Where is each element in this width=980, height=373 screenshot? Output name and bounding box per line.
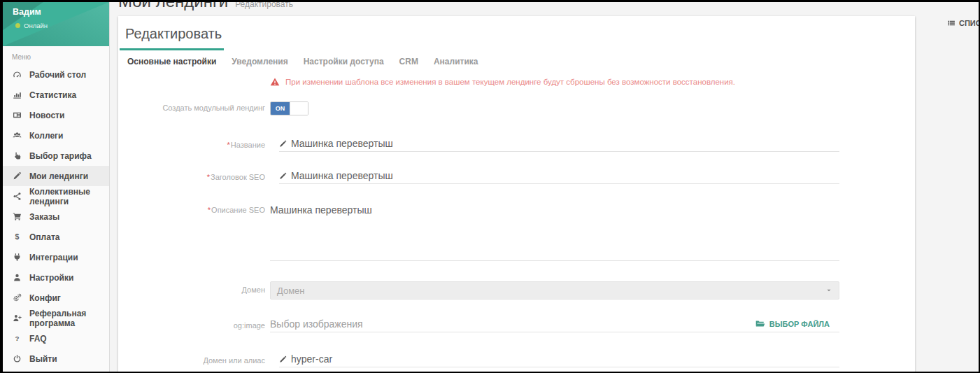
pencil-icon <box>279 140 287 148</box>
modular-landing-row: Создать модульный лендинг ON <box>118 101 915 115</box>
sidebar-item-label: Заказы <box>29 212 59 222</box>
sidebar-item-referral[interactable]: Реферальная программа <box>3 308 109 328</box>
share-icon <box>13 192 23 201</box>
tab-crm[interactable]: CRM <box>392 48 426 75</box>
sidebar-menu: Рабочий столСтатистикаНовостиКоллегиВыбо… <box>3 64 109 369</box>
sidebar-item-label: Выйти <box>29 354 57 364</box>
cart-icon <box>13 212 23 221</box>
edit-card: Редактировать Основные настройкиУведомле… <box>118 16 915 372</box>
user-panel: Вадим Онлайн <box>3 2 109 46</box>
menu-section-label: Меню <box>12 53 109 61</box>
pencil-icon <box>279 172 287 180</box>
question-icon: ? <box>13 334 23 343</box>
modular-landing-toggle[interactable]: ON <box>270 101 308 115</box>
sidebar-item-label: Выбор тарифа <box>29 151 92 161</box>
online-status: Онлайн <box>15 22 109 29</box>
sidebar-item-statistics[interactable]: Статистика <box>3 85 109 105</box>
folder-icon <box>755 319 765 329</box>
sidebar-item-orders[interactable]: Заказы <box>3 206 109 227</box>
sidebar-item-label: FAQ <box>29 334 47 344</box>
online-status-dot <box>15 23 20 28</box>
pen-icon <box>13 171 23 181</box>
plug-icon <box>13 253 23 262</box>
seo-description-row: *Описание SEO Машинка перевертыш <box>118 204 915 261</box>
seo-description-textarea[interactable]: Машинка перевертыш <box>270 204 839 258</box>
field-label-modular: Создать модульный лендинг <box>118 101 265 112</box>
sidebar-item-label: Мои лендинги <box>29 171 88 181</box>
warning-text: При изменении шаблона все изменения в ва… <box>285 78 735 86</box>
gauge-icon <box>13 70 23 79</box>
tabs-bar: Основные настройкиУведомленияНастройки д… <box>118 48 915 75</box>
seo-title-row: *Заголовок SEO <box>118 170 915 184</box>
tab-notifications[interactable]: Уведомления <box>224 48 295 75</box>
choose-file-button[interactable]: ВЫБОР ФАЙЛА <box>755 319 830 329</box>
sidebar-item-label: Конфиг <box>29 293 61 303</box>
sidebar-item-label: Новости <box>29 111 64 120</box>
seo-title-input[interactable] <box>291 170 839 181</box>
svg-text:?: ? <box>15 335 20 342</box>
sidebar-item-collective-landings[interactable]: Коллективные лендинги <box>3 186 109 206</box>
sidebar-item-label: Интеграции <box>29 253 78 262</box>
required-asterisk: * <box>207 173 210 181</box>
sidebar-item-my-landings[interactable]: Мои лендинги <box>3 166 109 186</box>
required-asterisk: * <box>227 141 230 149</box>
sidebar-item-label: Рабочий стол <box>29 70 86 80</box>
users-icon <box>13 131 23 140</box>
bar-chart-icon <box>13 90 23 99</box>
sidebar-item-tariff[interactable]: Выбор тарифа <box>3 146 109 166</box>
sidebar: Вадим Онлайн Меню Рабочий столСтатистика… <box>3 2 110 372</box>
gears-icon <box>13 293 23 302</box>
template-warning: При изменении шаблона все изменения в ва… <box>270 77 915 87</box>
sidebar-item-label: Реферальная программа <box>29 309 109 328</box>
content-area: Мои лендинги Редактировать СПИСОК Редакт… <box>110 2 979 372</box>
newspaper-icon <box>13 111 23 120</box>
svg-text:$: $ <box>15 232 20 241</box>
pencil-icon <box>279 356 287 363</box>
sidebar-item-config[interactable]: Конфиг <box>3 288 109 308</box>
sidebar-item-colleagues[interactable]: Коллеги <box>3 125 109 146</box>
field-label-name: Название <box>231 141 265 149</box>
field-label-seo-description: Описание SEO <box>211 206 265 214</box>
list-view-button[interactable]: СПИСОК <box>947 19 979 27</box>
list-view-label: СПИСОК <box>959 19 979 27</box>
user-plus-icon <box>13 314 23 323</box>
user-icon <box>13 273 23 282</box>
breadcrumb: Редактировать <box>235 2 293 9</box>
sidebar-item-faq[interactable]: ?FAQ <box>3 328 109 349</box>
tab-access-settings[interactable]: Настройки доступа <box>296 48 392 75</box>
page-title: Мои лендинги <box>118 2 228 11</box>
warning-icon <box>270 77 280 87</box>
name-input[interactable] <box>291 138 839 149</box>
hand-pointer-icon <box>13 151 23 160</box>
sidebar-item-news[interactable]: Новости <box>3 105 109 125</box>
toggle-knob <box>290 102 308 115</box>
tab-analytics[interactable]: Аналитика <box>426 48 486 75</box>
domain-select[interactable]: Домен <box>270 281 839 300</box>
field-label-og-image: og:image <box>118 318 265 330</box>
power-icon <box>13 354 23 363</box>
sidebar-item-payment[interactable]: $Оплата <box>3 227 109 247</box>
chevron-down-icon <box>825 287 832 294</box>
sidebar-item-settings[interactable]: Настройки <box>3 267 109 288</box>
sidebar-item-label: Коллективные лендинги <box>29 187 109 206</box>
sidebar-item-label: Настройки <box>29 273 73 283</box>
online-status-label: Онлайн <box>24 22 48 29</box>
dollar-icon: $ <box>13 232 23 241</box>
required-asterisk: * <box>208 206 211 214</box>
og-image-row: og:image Выбор изображения ВЫБОР ФАЙЛА <box>118 318 915 332</box>
sidebar-item-dashboard[interactable]: Рабочий стол <box>3 64 109 85</box>
og-image-placeholder: Выбор изображения <box>270 318 755 330</box>
field-label-seo-title: Заголовок SEO <box>211 173 265 181</box>
list-icon <box>947 19 956 27</box>
domain-alias-input[interactable] <box>291 353 839 365</box>
tab-main-settings[interactable]: Основные настройки <box>120 48 224 75</box>
page-header: Мои лендинги Редактировать <box>118 2 293 11</box>
sidebar-item-label: Статистика <box>29 90 76 100</box>
user-name: Вадим <box>13 7 109 17</box>
sidebar-item-label: Коллеги <box>29 131 64 141</box>
sidebar-item-logout[interactable]: Выйти <box>3 349 109 369</box>
domain-alias-row: Домен или алиас <box>118 353 915 367</box>
domain-row: Домен Домен <box>118 281 915 300</box>
sidebar-item-integrations[interactable]: Интеграции <box>3 247 109 267</box>
sidebar-item-label: Оплата <box>29 232 59 242</box>
